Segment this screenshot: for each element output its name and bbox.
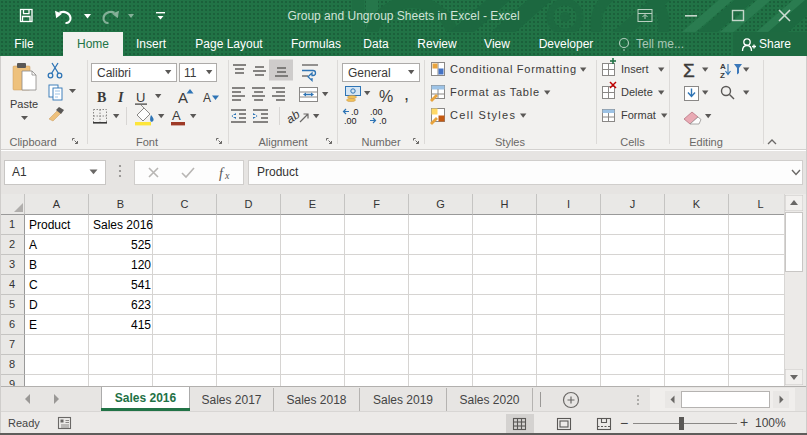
svg-text:I: I: [117, 90, 124, 105]
svg-text:Σ: Σ: [683, 60, 695, 81]
svg-text:Format: Format: [621, 109, 656, 121]
svg-text:x: x: [224, 170, 230, 181]
svg-text:Delete: Delete: [621, 86, 653, 98]
svg-text:11: 11: [184, 66, 197, 80]
svg-text:A: A: [203, 91, 211, 105]
svg-text:.00: .00: [344, 116, 357, 126]
svg-text:Calibri: Calibri: [97, 66, 131, 80]
svg-text:.0: .0: [379, 116, 387, 126]
svg-text:Format as Table: Format as Table: [450, 86, 539, 98]
svg-text:General: General: [348, 66, 391, 80]
svg-text:ab: ab: [283, 107, 302, 126]
svg-text:Insert: Insert: [621, 63, 649, 75]
svg-text:%: %: [379, 88, 393, 105]
svg-text:Z: Z: [720, 71, 725, 80]
svg-text:A: A: [178, 89, 188, 106]
svg-text:Conditional Formatting: Conditional Formatting: [450, 63, 576, 75]
svg-text:,: ,: [404, 84, 409, 104]
svg-text:Cell Styles: Cell Styles: [450, 109, 516, 121]
svg-text:A: A: [172, 108, 181, 123]
svg-text:U: U: [136, 90, 145, 105]
svg-text:Paste: Paste: [10, 98, 38, 110]
svg-text:B: B: [97, 90, 106, 105]
svg-text:A: A: [720, 62, 726, 71]
